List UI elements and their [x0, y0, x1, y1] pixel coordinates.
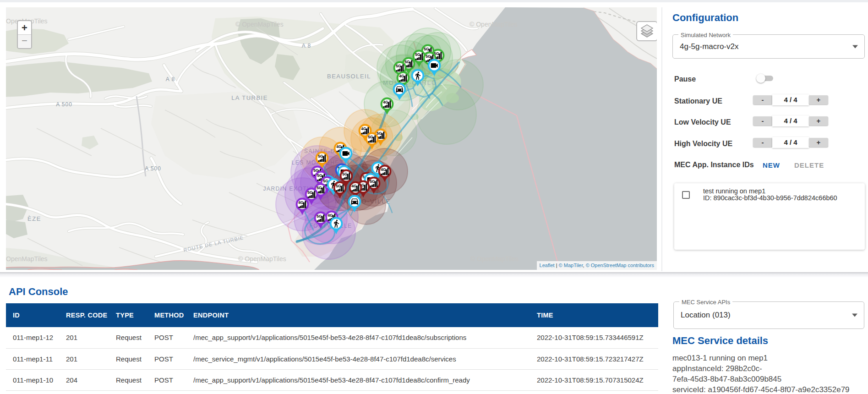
svg-text:5G: 5G [317, 173, 322, 178]
svg-text:4G: 4G [351, 184, 357, 188]
svg-text:A 8: A 8 [302, 43, 311, 49]
svg-text:5G: 5G [336, 184, 341, 188]
svg-text:4G: 4G [336, 144, 342, 149]
svg-text:5G: 5G [342, 172, 348, 176]
svg-text:5G: 5G [317, 214, 322, 219]
svg-text:5G: 5G [396, 64, 401, 68]
svg-text:5G: 5G [307, 190, 313, 195]
svg-text:BEAUSOLEIL: BEAUSOLEIL [327, 73, 371, 80]
svg-text:5G: 5G [370, 179, 375, 184]
svg-text:5G: 5G [415, 52, 420, 57]
svg-text:5G: 5G [317, 186, 322, 190]
svg-text:5G: 5G [318, 154, 323, 159]
svg-text:LA TURBIE: LA TURBIE [231, 94, 268, 101]
svg-text:A 500: A 500 [56, 101, 72, 108]
svg-text:© OpenMapTiles: © OpenMapTiles [470, 255, 519, 263]
svg-text:5G: 5G [377, 131, 382, 136]
svg-text:5G: 5G [424, 47, 429, 51]
svg-text:© OpenMapTiles: © OpenMapTiles [469, 21, 518, 28]
svg-text:4G: 4G [361, 126, 366, 131]
svg-text:5G: 5G [426, 54, 431, 59]
svg-text:5G: 5G [368, 135, 373, 139]
svg-text:OpenMapTiles: OpenMapTiles [6, 255, 48, 263]
svg-text:4G: 4G [381, 167, 386, 172]
svg-text:4G: 4G [383, 100, 388, 104]
svg-text:4G: 4G [399, 74, 404, 78]
svg-text:© OpenMapTiles: © OpenMapTiles [238, 255, 286, 263]
svg-text:4G: 4G [328, 213, 333, 218]
svg-text:A 500: A 500 [145, 165, 161, 172]
svg-text:5G: 5G [404, 60, 410, 64]
svg-text:ÈZE: ÈZE [27, 215, 41, 222]
svg-text:A 8: A 8 [166, 76, 175, 82]
svg-text:4G: 4G [298, 200, 304, 205]
svg-text:© OpenMapTiles: © OpenMapTiles [235, 21, 284, 28]
